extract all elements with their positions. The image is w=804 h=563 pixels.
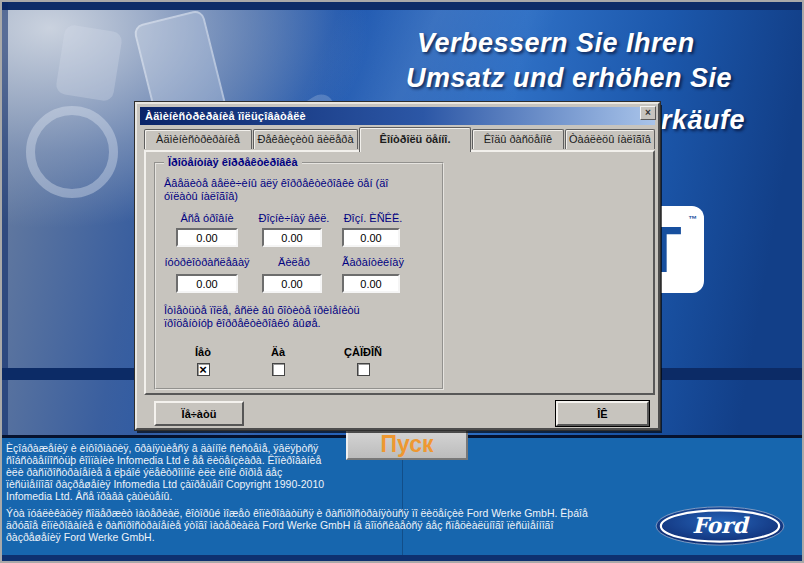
checkbox-group-prompt: ÇÀÏÐÎÑ ×	[318, 346, 408, 376]
checkbox-label-prompt: ÇÀÏÐÎÑ	[344, 346, 382, 358]
input-retail-excl[interactable]	[342, 228, 400, 247]
copyright-line: ðàçðåøåíèÿ Ford Werke GmbH.	[6, 531, 588, 543]
marketing-headline-line2: Umsatz und erhöhen Sie	[406, 63, 732, 94]
application-window: Verbessern Sie Ihren Umsatz und erhöhen …	[0, 0, 804, 563]
ford-logo: Ford	[654, 506, 786, 546]
input-dealer[interactable]	[262, 274, 322, 293]
instruction-text: Ââåäèòå âåëè÷èíû äëÿ êîððåêòèðîâêè öåí (…	[164, 177, 388, 203]
instruction-line: Ââåäèòå âåëè÷èíû äëÿ êîððåêòèðîâêè öåí (…	[164, 177, 388, 190]
tab-price-codes[interactable]: Êîäû ðàñöåíîê	[472, 129, 564, 149]
copyright-line: Èçîáðàæåíèÿ è èíôîðìàöèÿ, õðàíÿùèåñÿ â ä…	[6, 442, 324, 454]
dialog-title: Àäìèíèñòðèðàíèå ïîëüçîâàòåëè	[145, 110, 306, 122]
note-line: ïðîöåíòíóþ êîððåêòèðîâêó âûøå.	[164, 317, 360, 330]
close-button[interactable]: ×	[640, 106, 656, 120]
top-navy-strip	[2, 2, 802, 10]
dialog-title-bar[interactable]: Àäìèíèñòðèðàíèå ïîëüçîâàòåëè	[140, 107, 655, 125]
ford-logo-text: Ford	[692, 513, 750, 538]
tab-tax-tables[interactable]: Òàáëèöû íàëîãîâ	[565, 129, 655, 149]
close-icon: ×	[645, 108, 651, 118]
group-title: Ïðîöåíòíàÿ êîððåêòèðîâêà	[164, 156, 302, 168]
pistons-graphic-block	[55, 24, 123, 102]
field-label-warranty: Ãàðàíòèéíàÿ	[332, 256, 414, 268]
field-label-retail-incl: Ðîçíè÷íàÿ âêë.	[250, 212, 338, 224]
pistons-graphic-ring	[26, 106, 118, 198]
tab-administration[interactable]: Àäìèíèñòðèðàíèå	[144, 129, 252, 149]
checkbox-group-no: Íåò ×	[164, 346, 242, 376]
checkbox-label-no: Íåò	[195, 346, 211, 358]
trademark-symbol: ™	[688, 214, 697, 224]
check-mark: ×	[199, 364, 207, 375]
admin-dialog: Àäìèíèñòðèðàíèå ïîëüçîâàòåëè × Àäìèíèñòð…	[135, 102, 660, 430]
copyright-line: ïèñüìåííîãî ðàçðåøåíèÿ Infomedia Ltd çàï…	[6, 478, 324, 490]
copyright-paragraph-infomedia: Èçîáðàæåíèÿ è èíôîðìàöèÿ, õðàíÿùèåñÿ â ä…	[6, 442, 324, 502]
copyright-paragraph-ford: Ýòà ïóáëèêàöèÿ ñîäåðæèò ìàòåðèàë, êîòîðû…	[6, 507, 588, 543]
dialog-tabs: Àäìèíèñòðèðàíèå Ðåêâèçèòû äèëåðà Êîíòðîë…	[144, 129, 656, 152]
input-trade[interactable]	[176, 274, 238, 293]
field-label-trade: íóòðèîòðàñëåâàÿ	[158, 256, 256, 268]
ok-button[interactable]: ÎÊ	[556, 401, 649, 426]
tab-page-panel: Ïðîöåíòíàÿ êîððåêòèðîâêà Ââåäèòå âåëè÷èí…	[144, 150, 655, 395]
input-warranty[interactable]	[342, 274, 400, 293]
copyright-line: èëè ðàñïðîñòðàíåíèå â ëþáîé ýëåêòðîííîé …	[6, 466, 324, 478]
checkbox-prompt[interactable]: ×	[357, 363, 370, 376]
note-line: Îòìåòüòå ïîëå, åñëè âû õîòèòå ïðèìåíèòü	[164, 304, 360, 317]
checkbox-yes[interactable]: ×	[272, 363, 285, 376]
tab-dealer-details[interactable]: Ðåêâèçèòû äèëåðà	[253, 129, 358, 149]
tab-price-control[interactable]: Êîíòðîëü öåííî.	[359, 127, 471, 152]
field-label-retail-excl: Ðîçí. ÈÑÊË.	[332, 212, 414, 224]
confirmation-note: Îòìåòüòå ïîëå, åñëè âû õîòèòå ïðèìåíèòü …	[164, 304, 360, 330]
marketing-headline-line3-fragment: rkäufe	[661, 105, 745, 136]
field-label-all-levels: Âñå óðîâíè	[162, 212, 252, 224]
checkbox-no[interactable]: ×	[197, 363, 210, 376]
marketing-headline-line1: Verbessern Sie Ihren	[417, 28, 695, 59]
checkbox-group-yes: Äà ×	[240, 346, 316, 376]
bottom-navy-strip	[2, 555, 802, 561]
percentage-adjustment-group: Ïðîöåíòíàÿ êîððåêòèðîâêà Ââåäèòå âåëè÷èí…	[154, 162, 444, 390]
checkbox-label-yes: Äà	[271, 346, 285, 358]
copyright-line: äðóãîå êîïèðîâàíèå è ðàñïðîñòðàíåíèå ýòî…	[6, 519, 588, 531]
print-button[interactable]: Ïå÷àòü	[154, 401, 244, 426]
input-all-levels[interactable]	[176, 228, 238, 247]
copyright-line: Ýòà ïóáëèêàöèÿ ñîäåðæèò ìàòåðèàë, êîòîðû…	[6, 507, 588, 519]
input-retail-incl[interactable]	[262, 228, 322, 247]
field-label-dealer: Äèëåð	[250, 256, 338, 268]
start-button[interactable]: Пуск	[346, 429, 468, 460]
copyright-line: ñîáñòâåííîñòüþ êîìïàíèè Infomedia Ltd è …	[6, 454, 324, 466]
instruction-line: óïëàòû íàëîãîâ)	[164, 190, 388, 203]
copyright-line: Infomedia Ltd. Âñå ïðàâà çàùèùåíû.	[6, 490, 324, 502]
